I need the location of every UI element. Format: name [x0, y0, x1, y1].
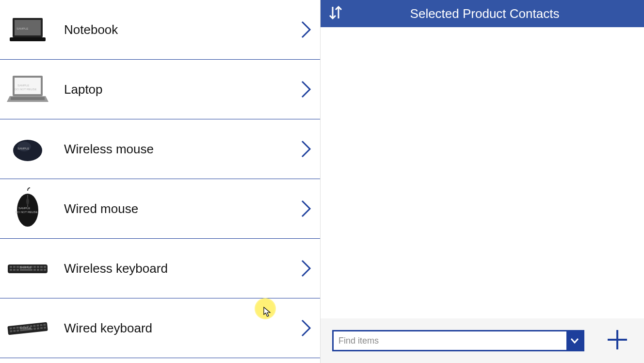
svg-rect-7 — [11, 97, 45, 100]
product-label: Wired keyboard — [64, 321, 301, 336]
svg-text:SAMPLE: SAMPLE — [17, 147, 29, 150]
svg-text:SAMPLE: SAMPLE — [19, 266, 31, 269]
keyboard-icon: SAMPLE — [6, 306, 49, 350]
svg-rect-50 — [43, 324, 46, 326]
svg-text:SAMPLE: SAMPLE — [16, 27, 28, 30]
chevron-right-icon — [301, 140, 311, 158]
contacts-body — [321, 27, 644, 318]
sort-icon[interactable] — [328, 4, 343, 23]
find-items-input[interactable] — [334, 331, 566, 350]
contacts-title: Selected Product Contacts — [362, 6, 607, 21]
svg-rect-52 — [13, 330, 16, 332]
add-button[interactable] — [604, 326, 631, 355]
svg-rect-37 — [44, 269, 46, 271]
svg-text:DO NOT REUSE: DO NOT REUSE — [15, 88, 37, 91]
product-row-wireless-keyboard[interactable]: SAMPLE Wireless keyboard — [0, 239, 320, 298]
laptop-icon: SAMPLE DO NOT REUSE — [6, 67, 49, 111]
svg-rect-35 — [37, 269, 39, 271]
svg-rect-41 — [13, 327, 16, 330]
chevron-right-icon — [301, 259, 311, 278]
svg-rect-21 — [16, 266, 19, 268]
chevron-right-icon — [301, 319, 311, 337]
svg-rect-51 — [10, 330, 12, 332]
product-row-notebook[interactable]: SAMPLE Notebook — [0, 0, 320, 60]
svg-rect-56 — [37, 327, 39, 330]
contacts-header: Selected Product Contacts — [321, 0, 644, 27]
product-label: Wireless keyboard — [64, 261, 301, 276]
find-items-combo[interactable] — [332, 330, 584, 351]
mouse-icon: SAMPLE — [6, 127, 49, 171]
svg-rect-40 — [10, 327, 12, 330]
svg-text:DO NOT REUSE: DO NOT REUSE — [16, 211, 38, 214]
svg-rect-55 — [33, 328, 36, 330]
product-label: Wireless mouse — [64, 142, 301, 157]
product-list-scroll[interactable]: SAMPLE Notebook SAMPLE DO NOT RE — [0, 0, 320, 363]
svg-rect-32 — [16, 269, 19, 271]
product-label: Notebook — [64, 22, 301, 37]
svg-rect-31 — [13, 269, 16, 271]
chevron-right-icon — [301, 199, 311, 218]
contacts-panel: Selected Product Contacts — [320, 0, 644, 363]
svg-rect-2 — [10, 37, 46, 41]
svg-rect-29 — [44, 266, 46, 268]
product-list-panel: SAMPLE Notebook SAMPLE DO NOT RE — [0, 0, 320, 363]
svg-rect-26 — [33, 266, 36, 268]
svg-rect-58 — [44, 327, 46, 329]
svg-point-11 — [17, 142, 31, 151]
combo-dropdown-button[interactable] — [566, 331, 583, 350]
contacts-footer — [321, 318, 644, 363]
svg-rect-36 — [40, 269, 43, 271]
keyboard-icon: SAMPLE — [6, 247, 49, 290]
svg-rect-57 — [40, 327, 43, 330]
svg-rect-48 — [36, 325, 39, 327]
svg-rect-42 — [16, 327, 18, 329]
product-row-wireless-mouse[interactable]: SAMPLE Wireless mouse — [0, 119, 320, 179]
svg-rect-28 — [40, 266, 43, 268]
chevron-right-icon — [301, 80, 311, 99]
product-label: Laptop — [64, 82, 301, 97]
svg-rect-53 — [16, 330, 19, 332]
svg-rect-20 — [13, 266, 16, 268]
svg-rect-27 — [37, 266, 39, 268]
notebook-icon: SAMPLE — [6, 8, 49, 51]
svg-text:SAMPLE: SAMPLE — [18, 207, 30, 210]
svg-rect-47 — [33, 325, 35, 327]
svg-rect-19 — [10, 266, 12, 268]
svg-text:SAMPLE: SAMPLE — [17, 84, 29, 87]
wired-mouse-icon: SAMPLE DO NOT REUSE — [6, 187, 49, 231]
svg-rect-49 — [40, 324, 42, 327]
svg-point-15 — [26, 198, 29, 205]
product-row-wired-mouse[interactable]: SAMPLE DO NOT REUSE Wired mouse — [0, 179, 320, 239]
product-label: Wired mouse — [64, 201, 301, 216]
svg-text:SAMPLE: SAMPLE — [19, 327, 31, 330]
svg-rect-34 — [33, 269, 36, 271]
product-row-laptop[interactable]: SAMPLE DO NOT REUSE Laptop — [0, 60, 320, 119]
product-row-wired-keyboard[interactable]: SAMPLE Wired keyboard — [0, 298, 320, 358]
svg-rect-30 — [10, 269, 12, 271]
chevron-right-icon — [301, 20, 311, 39]
app-root: SAMPLE Notebook SAMPLE DO NOT RE — [0, 0, 644, 363]
svg-rect-33 — [20, 269, 32, 271]
